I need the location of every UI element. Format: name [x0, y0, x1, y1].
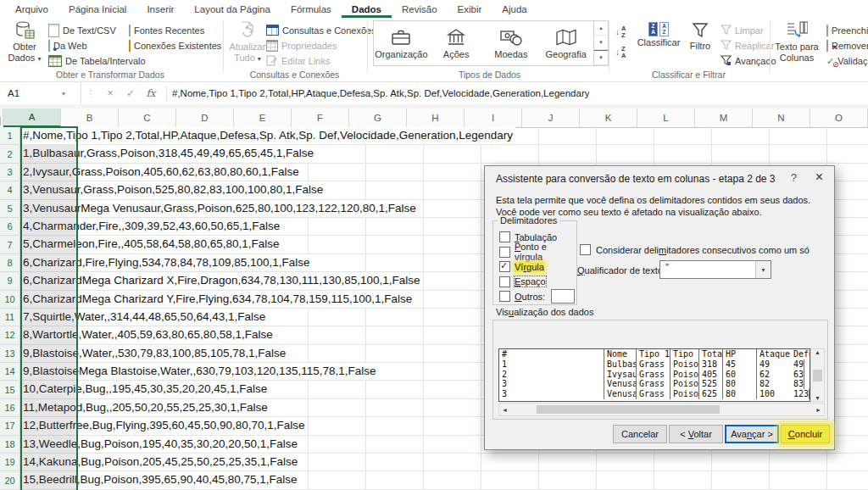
row-header[interactable]: 3 [0, 164, 20, 181]
column-header[interactable]: M [695, 109, 753, 127]
delimiter-checkbox[interactable]: Espaço [499, 276, 576, 287]
checkbox-icon[interactable] [499, 261, 510, 272]
sheet-row[interactable]: 1,Bulbasaur,Grass,Poison,318,45,49,49,65… [20, 145, 868, 163]
dialog-button[interactable]: Cancelar [613, 425, 667, 443]
column-header[interactable]: A [3, 109, 61, 127]
row-header[interactable]: 13 [0, 345, 20, 363]
scroll-down-icon[interactable]: ▼ [815, 395, 821, 401]
formula-input[interactable]: #,Nome,Tipo 1,Tipo 2,Total,HP,Ataque,Def… [172, 88, 589, 98]
row-header[interactable]: 19 [0, 454, 20, 471]
delimiter-checkbox[interactable]: Outros: [499, 291, 576, 302]
filtro-button[interactable]: Filtro [683, 21, 717, 51]
scrollbar-thumb[interactable] [813, 370, 822, 381]
dialog-titlebar[interactable]: Assistente para conversão de texto em co… [485, 166, 834, 190]
row-header[interactable]: 6 [0, 218, 20, 236]
dialog-button[interactable]: Concluir [781, 425, 830, 443]
de-text-csv-button[interactable]: De Text/CSV [48, 23, 116, 37]
gallery-down-button[interactable]: ▼ [594, 36, 608, 50]
column-header[interactable]: L [637, 109, 695, 127]
avancado-button[interactable]: Avançado [721, 53, 776, 68]
ribbon-tab[interactable]: Inserir [136, 2, 184, 18]
sort-az-button[interactable]: A↓Z [615, 25, 627, 39]
column-header[interactable]: G [349, 109, 407, 127]
column-header[interactable]: N [753, 109, 810, 127]
preview-vertical-scrollbar[interactable]: ▲ ▼ [810, 348, 825, 402]
row-header[interactable]: 11 [0, 309, 20, 326]
ribbon-tab[interactable]: Revisão [392, 2, 448, 18]
consecutive-delimiters-checkbox[interactable]: Considerar delimitadores consecutivos co… [580, 244, 810, 255]
column-header[interactable]: I [465, 109, 522, 127]
namebox-dropdown-icon[interactable]: ▾ [62, 90, 65, 97]
gallery-up-button[interactable]: ▲ [594, 21, 608, 36]
dialog-button[interactable]: < Voltar [669, 425, 723, 443]
scroll-left-icon[interactable]: ◄ [499, 407, 510, 413]
conexoes-existentes-button[interactable]: Conexões Existentes [129, 38, 221, 53]
geografia-item[interactable]: Geografia [538, 21, 593, 65]
consultas-conexoes-button[interactable]: Consultas e Conexões [266, 23, 376, 37]
row-header[interactable]: 14 [0, 363, 20, 381]
row-header[interactable]: 10 [0, 291, 20, 309]
ribbon-tab[interactable]: Exibir [448, 2, 492, 18]
ribbon-tab[interactable]: Layout da Página [184, 2, 281, 18]
limpar-button[interactable]: Limpar [721, 23, 764, 37]
column-header[interactable]: F [292, 109, 349, 127]
ribbon-tab[interactable]: Arquivo [5, 2, 58, 18]
column-header[interactable]: E [234, 109, 292, 127]
ribbon-tab[interactable]: Fórmulas [281, 2, 342, 18]
checkbox-icon[interactable] [499, 231, 510, 242]
organizacao-item[interactable]: Organização [374, 21, 429, 65]
column-header[interactable]: D [176, 109, 234, 127]
scroll-right-icon[interactable]: ► [813, 407, 824, 413]
insert-function-icon[interactable]: fx [141, 87, 161, 99]
row-header[interactable]: 2 [0, 145, 20, 163]
row-header[interactable]: 7 [0, 236, 20, 253]
ribbon-tab[interactable]: Dados [342, 2, 392, 18]
sheet-row[interactable]: 15,Beedrill,Bug,Poison,395,65,90,40,45,8… [20, 471, 868, 489]
checkbox-icon[interactable] [499, 291, 510, 302]
column-header[interactable]: O [810, 109, 868, 127]
row-header[interactable]: 5 [0, 200, 20, 218]
sheet-row[interactable]: 14,Kakuna,Bug,Poison,205,45,25,50,25,25,… [20, 454, 868, 471]
text-qualifier-dropdown[interactable]: " ▼ [659, 260, 771, 279]
checkbox-icon[interactable] [499, 247, 510, 258]
help-icon[interactable]: ? [791, 171, 797, 184]
ribbon-tab[interactable]: Página Inicial [58, 2, 136, 18]
column-header[interactable]: J [522, 109, 580, 127]
checkbox-icon[interactable] [580, 244, 591, 255]
validacao-dados-button[interactable]: ✓⊘ Validação [826, 53, 868, 68]
row-header[interactable]: 1 [0, 127, 20, 145]
row-header[interactable]: 15 [0, 381, 20, 398]
column-header[interactable]: K [580, 109, 637, 127]
name-box[interactable]: A1 ▾ [0, 82, 81, 104]
checkbox-icon[interactable] [499, 276, 510, 287]
delimiter-checkbox[interactable]: Vírgula [499, 261, 576, 272]
row-header[interactable]: 4 [0, 181, 20, 199]
close-icon[interactable]: × [815, 170, 823, 185]
remover-duplicatas-button[interactable]: × Remover D [826, 38, 868, 53]
reaplicar-button[interactable]: Reaplicar [721, 38, 774, 53]
editar-links-button[interactable]: Editar Links [266, 53, 330, 68]
row-header[interactable]: 12 [0, 326, 20, 344]
confirm-entry-icon[interactable]: ✓ [120, 87, 141, 99]
other-delimiter-input[interactable] [551, 289, 575, 303]
da-web-button[interactable]: ● Da Web [48, 38, 87, 53]
acoes-item[interactable]: Ações [429, 21, 484, 65]
select-all-corner[interactable] [0, 109, 3, 127]
cancel-entry-icon[interactable]: × [100, 87, 120, 99]
column-header[interactable]: C [119, 109, 176, 127]
obter-dados-button[interactable]: Obter Dados ▾ [4, 20, 45, 64]
column-header[interactable]: B [61, 109, 119, 127]
preenchimento-relampago-button[interactable]: ⚡ Preenchim [826, 23, 868, 37]
row-header[interactable]: 18 [0, 436, 20, 454]
row-header[interactable]: 9 [0, 272, 20, 290]
preview-horizontal-scrollbar[interactable]: ◄ ► [498, 403, 825, 416]
row-header[interactable]: 16 [0, 399, 20, 417]
sort-za-button[interactable]: Z↓A [615, 45, 627, 59]
column-header[interactable]: H [407, 109, 465, 127]
scroll-up-icon[interactable]: ▲ [815, 349, 821, 355]
de-tabela-intervalo-button[interactable]: De Tabela/Intervalo [48, 53, 146, 68]
row-header[interactable]: 8 [0, 254, 20, 272]
classificar-button[interactable]: Z AA Z Classificar [635, 22, 682, 47]
atualizar-tudo-button[interactable]: Atualizar Tudo ▾ [227, 20, 268, 64]
dropdown-chevron-icon[interactable]: ▼ [755, 261, 771, 278]
